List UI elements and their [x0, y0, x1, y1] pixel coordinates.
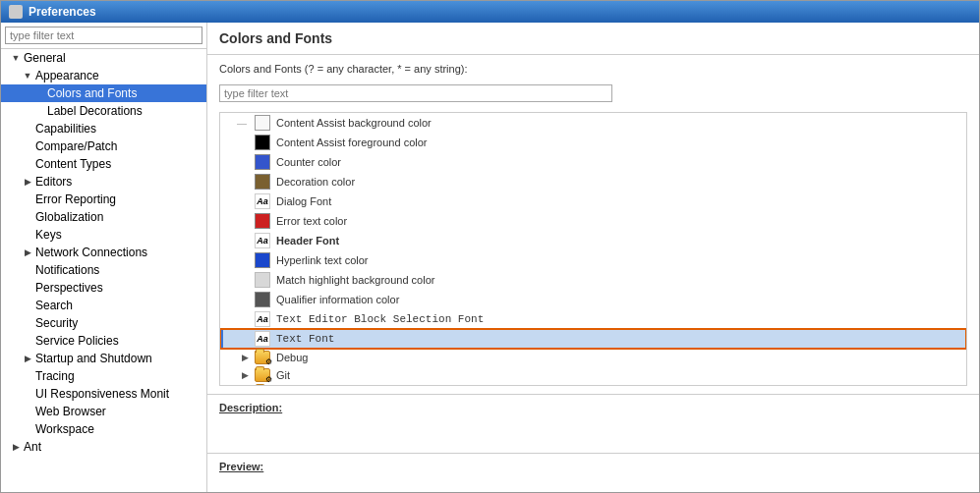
tree-label-capabilities: Capabilities: [35, 122, 96, 136]
expand-icon-tracing: [23, 371, 32, 381]
label-counter: Counter color: [276, 156, 341, 168]
right-filter-input[interactable]: [219, 84, 612, 102]
description-section: Description:: [207, 394, 979, 453]
tree-item-perspectives[interactable]: Perspectives: [1, 279, 206, 297]
color-item-error-text[interactable]: Error text color: [220, 211, 966, 231]
tree-label-security: Security: [35, 316, 78, 330]
tree-item-tracing[interactable]: Tracing: [1, 367, 206, 385]
tree-label-tracing: Tracing: [35, 369, 75, 383]
color-item-header-font[interactable]: Aa Header Font: [220, 231, 966, 250]
tree-label-workspace: Workspace: [35, 422, 94, 436]
expand-icon-editors: ▶: [23, 177, 32, 187]
tree-item-startup-shutdown[interactable]: ▶ Startup and Shutdown: [1, 350, 206, 367]
expand-icon-service-policies: [23, 336, 32, 346]
expand-icon-globalization: [23, 212, 32, 222]
color-item-decoration[interactable]: Decoration color: [220, 172, 966, 192]
tree-item-network-connections[interactable]: ▶ Network Connections: [1, 244, 206, 261]
swatch-text-editor-block: Aa: [255, 311, 270, 327]
tree-item-workspace[interactable]: Workspace: [1, 420, 206, 438]
filter-box: [1, 23, 206, 49]
swatch-counter: [255, 154, 270, 170]
expand-icon-notifications: [23, 265, 32, 275]
expand-icon-general: ▼: [11, 53, 21, 63]
left-filter-input[interactable]: [5, 27, 202, 44]
expand-icon-ui-resp: [23, 389, 32, 399]
expand-icon-error-reporting: [23, 194, 32, 204]
expand-icon-ant: ▶: [11, 442, 21, 452]
preferences-window: Preferences ▼ General ▼ Appearance: [0, 0, 980, 493]
color-item-qualifier-info[interactable]: Qualifier information color: [220, 290, 966, 309]
swatch-content-assist-bg: [255, 115, 270, 131]
tree-label-perspectives: Perspectives: [35, 281, 103, 295]
swatch-decoration: [255, 174, 270, 190]
expand-icon-debug: ▶: [242, 353, 249, 362]
sub-section-git[interactable]: ▶ ⚙ Git: [220, 366, 966, 384]
tree-item-ui-responsiveness[interactable]: UI Responsiveness Monit: [1, 385, 206, 403]
label-error-text: Error text color: [276, 215, 347, 227]
tree-label-startup: Startup and Shutdown: [35, 352, 152, 365]
swatch-text-font: Aa: [255, 331, 270, 347]
expand-icon-label-dec: [34, 106, 44, 116]
expand-icon-content-types: [23, 159, 32, 169]
tree-label-service-policies: Service Policies: [35, 334, 119, 348]
tree-item-keys[interactable]: Keys: [1, 226, 206, 244]
left-panel: ▼ General ▼ Appearance Colors and Fonts: [1, 23, 207, 492]
sub-section-more[interactable]: ▶ ⚙: [220, 384, 966, 386]
tree-item-globalization[interactable]: Globalization: [1, 208, 206, 226]
tree-label-keys: Keys: [35, 228, 62, 242]
expand-icon-keys: [23, 230, 32, 240]
tree-item-ant[interactable]: ▶ Ant: [1, 438, 206, 456]
git-folder-icon: ⚙: [255, 368, 270, 382]
color-item-match-highlight[interactable]: Match highlight background color: [220, 270, 966, 290]
title-bar: Preferences: [1, 1, 979, 23]
tree-label-notifications: Notifications: [35, 263, 99, 277]
right-header: Colors and Fonts: [207, 23, 979, 55]
tree-label-network: Network Connections: [35, 246, 147, 259]
dash-icon-content-assist-bg: —: [237, 118, 247, 129]
tree-label-search: Search: [35, 299, 73, 312]
tree-item-appearance[interactable]: ▼ Appearance: [1, 67, 206, 84]
right-panel: Colors and Fonts Colors and Fonts (? = a…: [207, 23, 979, 492]
tree-item-web-browser[interactable]: Web Browser: [1, 403, 206, 420]
tree-item-error-reporting[interactable]: Error Reporting: [1, 191, 206, 208]
tree-item-colors-fonts[interactable]: Colors and Fonts: [1, 84, 206, 102]
sub-section-debug[interactable]: ▶ ⚙ Debug: [220, 349, 966, 366]
tree-item-editors[interactable]: ▶ Editors: [1, 173, 206, 191]
app-icon: [9, 5, 23, 19]
tree-item-compare-patch[interactable]: Compare/Patch: [1, 137, 206, 155]
color-item-counter[interactable]: Counter color: [220, 152, 966, 172]
label-content-assist-bg: Content Assist background color: [276, 117, 432, 129]
tree-item-label-decorations[interactable]: Label Decorations: [1, 102, 206, 120]
swatch-dialog-font: Aa: [255, 193, 270, 209]
tree-item-content-types[interactable]: Content Types: [1, 155, 206, 173]
color-list: — Content Assist background color Conten…: [219, 112, 967, 386]
tree-item-security[interactable]: Security: [1, 314, 206, 332]
color-item-content-assist-bg[interactable]: — Content Assist background color: [220, 113, 966, 133]
swatch-content-assist-fg: [255, 135, 270, 150]
right-content-area: Colors and Fonts (? = any character, * =…: [207, 55, 979, 394]
tree-label-compare: Compare/Patch: [35, 139, 117, 153]
expand-icon-compare: [23, 141, 32, 151]
expand-icon-perspectives: [23, 283, 32, 293]
tree-label-appearance: Appearance: [35, 69, 99, 82]
gear-icon-debug: ⚙: [265, 357, 272, 366]
color-item-dialog-font[interactable]: Aa Dialog Font: [220, 192, 966, 211]
tree-label-web-browser: Web Browser: [35, 405, 106, 418]
tree-item-general[interactable]: ▼ General: [1, 49, 206, 67]
color-item-text-font[interactable]: Aa Text Font: [220, 329, 966, 349]
tree-item-search[interactable]: Search: [1, 297, 206, 314]
tree-item-service-policies[interactable]: Service Policies: [1, 332, 206, 350]
tree-item-capabilities[interactable]: Capabilities: [1, 120, 206, 137]
tree-label-ant: Ant: [24, 440, 41, 454]
expand-icon-git: ▶: [242, 370, 249, 380]
color-item-content-assist-fg[interactable]: Content Assist foreground color: [220, 133, 966, 152]
color-item-text-editor-block[interactable]: Aa Text Editor Block Selection Font: [220, 309, 966, 329]
label-git: Git: [276, 369, 290, 381]
expand-icon-startup: ▶: [23, 354, 32, 363]
tree-item-notifications[interactable]: Notifications: [1, 261, 206, 279]
expand-icon-appearance: ▼: [23, 71, 32, 81]
swatch-qualifier-info: [255, 292, 270, 307]
expand-icon-capabilities: [23, 124, 32, 134]
tree-label-editors: Editors: [35, 175, 72, 189]
color-item-hyperlink[interactable]: Hyperlink text color: [220, 250, 966, 270]
